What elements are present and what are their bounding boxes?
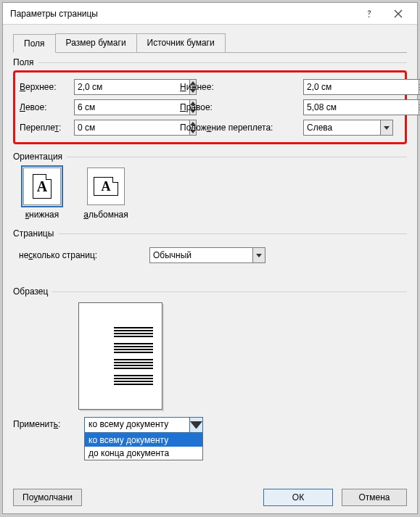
apply-to-combo[interactable]: ко всему документу <box>84 417 203 433</box>
portrait-page-icon: A <box>33 174 52 199</box>
page-setup-dialog: Параметры страницы Поля Размер бумаги Ис… <box>2 2 418 514</box>
preview-thumbnail <box>78 302 162 410</box>
top-margin-field[interactable] <box>74 79 189 95</box>
bottom-margin-field[interactable] <box>303 79 419 95</box>
titlebar: Параметры страницы <box>3 3 417 25</box>
orientation-group-label: Ориентация <box>13 152 67 162</box>
close-icon <box>394 9 403 18</box>
orientation-portrait[interactable]: A книжная <box>19 167 65 220</box>
landscape-page-icon: A <box>94 177 118 196</box>
orientation-group: Ориентация A книжная A альбомная <box>13 152 407 220</box>
gutter-position-label: Положение переплета: <box>180 123 303 133</box>
apply-to-value: ко всему документу <box>85 418 189 432</box>
question-icon <box>365 9 374 18</box>
chevron-down-icon[interactable] <box>252 247 265 263</box>
gutter-field[interactable] <box>74 120 189 136</box>
help-button[interactable] <box>355 4 384 24</box>
gutter-label: Переплет: <box>20 123 74 133</box>
margins-group-label: Поля <box>13 57 38 67</box>
close-button[interactable] <box>384 4 413 24</box>
margins-group: Поля Верхнее: Нижнее: Левое: <box>13 57 407 144</box>
pages-group: Страницы несколько страниц: Обычный <box>13 228 407 263</box>
bottom-margin-input[interactable] <box>303 79 393 95</box>
gutter-input[interactable] <box>74 120 164 136</box>
top-margin-label: Верхнее: <box>20 82 74 92</box>
apply-to-label: Применить: <box>13 417 84 429</box>
button-bar: По умолчани ОК Отмена <box>13 489 407 506</box>
apply-to-dropdown: ко всему документу до конца документа <box>84 433 203 460</box>
left-margin-input[interactable] <box>74 99 164 115</box>
apply-to-option-to-end[interactable]: до конца документа <box>85 447 202 460</box>
preview-group-label: Образец <box>13 286 52 297</box>
top-margin-input[interactable] <box>74 79 164 95</box>
cancel-button[interactable]: Отмена <box>342 489 407 506</box>
tabstrip: Поля Размер бумаги Источник бумаги <box>13 33 407 53</box>
orientation-portrait-label: книжная <box>25 210 59 220</box>
pages-group-label: Страницы <box>13 228 58 239</box>
chevron-down-icon[interactable] <box>189 418 202 432</box>
multiple-pages-combo[interactable]: Обычный <box>149 247 265 263</box>
set-as-default-button[interactable]: По умолчани <box>13 489 82 506</box>
right-margin-field[interactable] <box>303 99 419 115</box>
tab-margins[interactable]: Поля <box>13 34 56 53</box>
orientation-landscape-label: альбомная <box>83 210 128 220</box>
right-margin-label: Правое: <box>180 102 303 112</box>
gutter-position-combo[interactable]: Слева <box>303 120 393 136</box>
orientation-landscape[interactable]: A альбомная <box>83 167 129 220</box>
right-margin-input[interactable] <box>303 99 393 115</box>
left-margin-label: Левое: <box>20 102 74 112</box>
dialog-title: Параметры страницы <box>10 9 355 19</box>
tab-paper-source[interactable]: Источник бумаги <box>136 33 226 52</box>
ok-button[interactable]: ОК <box>263 489 333 506</box>
tab-paper-size[interactable]: Размер бумаги <box>55 33 137 52</box>
preview-group: Образец <box>13 286 407 410</box>
bottom-margin-label: Нижнее: <box>180 82 303 92</box>
left-margin-field[interactable] <box>74 99 189 115</box>
chevron-down-icon[interactable] <box>380 120 393 136</box>
multiple-pages-label: несколько страниц: <box>19 250 149 260</box>
apply-to-option-whole-document[interactable]: ко всему документу <box>85 434 202 447</box>
multiple-pages-value: Обычный <box>149 247 252 263</box>
margins-highlight-box: Верхнее: Нижнее: Левое: <box>13 70 407 144</box>
gutter-position-value: Слева <box>303 120 380 136</box>
